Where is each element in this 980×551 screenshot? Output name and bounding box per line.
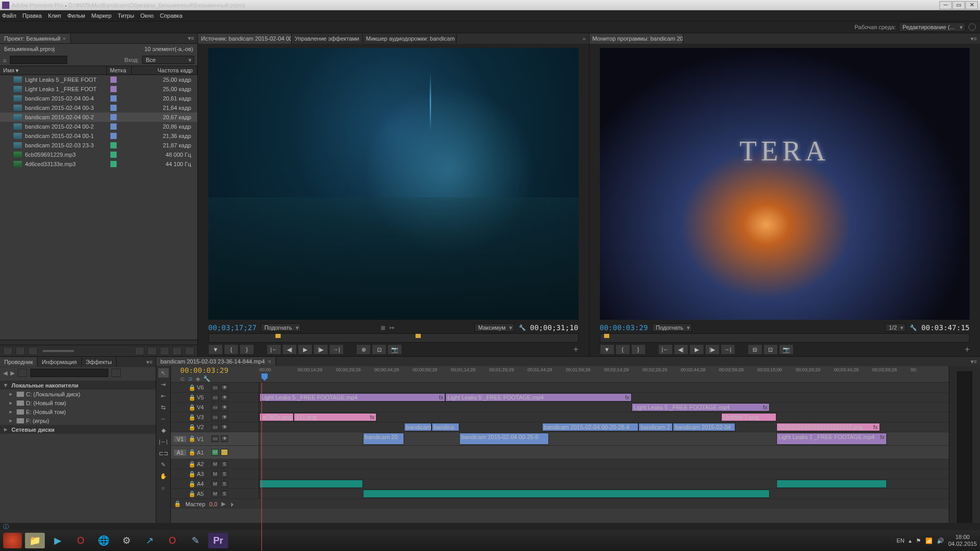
- mute-toggle[interactable]: M: [211, 461, 219, 468]
- track-header[interactable]: 🔒A3MS: [171, 469, 259, 479]
- timeline-clip[interactable]: bandicam: [404, 423, 432, 431]
- icon-view-button[interactable]: [16, 347, 25, 355]
- new-item-button[interactable]: [172, 347, 182, 355]
- menu-фильм[interactable]: Фильм: [67, 12, 85, 19]
- toggle-sync[interactable]: 👁: [221, 414, 228, 421]
- timeline-clip[interactable]: Light Leaks 5 _FREE FOOTAGE.mp4fx: [632, 403, 770, 411]
- toggle-output[interactable]: ▭: [211, 404, 219, 411]
- track-header[interactable]: V1🔒V1▭👁: [171, 432, 259, 445]
- program-timecode-current[interactable]: 00:00:03:29: [600, 323, 648, 332]
- playhead-marker[interactable]: [604, 334, 609, 338]
- track-lane[interactable]: bandicambandicabandicam 2015-02-04 00-20…: [259, 422, 949, 432]
- timeline-clip[interactable]: Light Leaks 5 _FREE FOOTAGE.mp4fx: [445, 393, 631, 402]
- menu-титры[interactable]: Титры: [118, 12, 134, 19]
- back-icon[interactable]: ◀: [3, 370, 7, 377]
- network-drives-header[interactable]: ▸Сетевые диски: [0, 425, 156, 434]
- lock-icon[interactable]: 🔒: [174, 500, 181, 507]
- taskbar-chrome-icon[interactable]: 🌐: [94, 533, 114, 548]
- language-indicator[interactable]: EN: [897, 537, 904, 544]
- drive-item[interactable]: ▸C: (Локальный диск): [0, 390, 156, 398]
- bin-item[interactable]: bandicam 2015-02-04 00-121,36 кадр: [0, 131, 197, 141]
- step-forward-button[interactable]: |▶: [705, 344, 720, 355]
- track-lane[interactable]: [259, 469, 949, 479]
- in-marker[interactable]: [275, 334, 281, 338]
- taskbar-wmp-icon[interactable]: ▶: [48, 533, 68, 548]
- toggle-output[interactable]: ▭: [211, 394, 219, 401]
- header-name[interactable]: Имя ▾: [0, 66, 107, 74]
- track-header[interactable]: 🔒A2MS: [171, 459, 259, 469]
- source-patch[interactable]: A1: [174, 449, 186, 456]
- bin-item[interactable]: Light Leaks 5 _FREE FOOT25,00 кадр: [0, 75, 197, 84]
- tray-network-icon[interactable]: 📶: [925, 537, 933, 544]
- track-header[interactable]: 🔒V6▭👁: [171, 383, 259, 392]
- toggle-output[interactable]: ▭: [211, 414, 219, 421]
- mark-clip-button[interactable]: {: [615, 344, 630, 355]
- source-patch[interactable]: V1: [174, 436, 186, 442]
- mark-out-button[interactable]: }: [240, 344, 254, 355]
- panel-menu-icon[interactable]: ▾≡: [968, 358, 980, 365]
- program-zoom-dropdown[interactable]: 1/2: [885, 323, 906, 332]
- explorer-tab[interactable]: Информация: [37, 357, 81, 367]
- close-icon[interactable]: ×: [268, 358, 271, 365]
- step-back-button[interactable]: ◀|: [282, 344, 297, 355]
- hand-tool[interactable]: ✋: [158, 471, 169, 481]
- taskbar-app-icon[interactable]: ✎: [185, 533, 205, 548]
- slide-tool[interactable]: ⊏⊐: [158, 448, 169, 458]
- filter-button[interactable]: [18, 369, 27, 377]
- timeline-clip[interactable]: Light Leaks 1 _FREE FOOTAGE.mp4fx: [776, 433, 887, 445]
- media-search-input[interactable]: [30, 369, 108, 377]
- find-button[interactable]: [147, 347, 157, 355]
- menu-правка[interactable]: Правка: [22, 12, 42, 19]
- panel-menu-icon[interactable]: ▾≡: [143, 359, 156, 366]
- timeline-clip[interactable]: 111.pngfx: [294, 413, 376, 421]
- settings-icon[interactable]: 🔧: [519, 324, 526, 331]
- taskbar-app-icon[interactable]: ↗: [140, 533, 159, 548]
- source-tab[interactable]: Источник: bandicam 2015-02-04 00-25-59-9…: [198, 34, 292, 44]
- track-header[interactable]: 🔒A5MS: [171, 489, 259, 498]
- timeline-ruler[interactable]: 00;0000;00;14;2900;00;29;2900;00;44;2800…: [259, 366, 949, 382]
- freeform-view-button[interactable]: [28, 347, 37, 355]
- bin-item[interactable]: bandicam 2015-02-04 00-321,64 кадр: [0, 103, 197, 112]
- add-button-icon[interactable]: +: [965, 345, 970, 354]
- explorer-tab[interactable]: Проводник: [0, 357, 37, 367]
- timeline-clip[interactable]: bandica: [432, 423, 459, 431]
- drive-item[interactable]: ▸D: (Новый том): [0, 398, 156, 407]
- menu-файл[interactable]: Файл: [2, 12, 16, 19]
- bin-item[interactable]: Light Leaks 1 _FREE FOOT25,00 кадр: [0, 84, 197, 94]
- go-to-out-button[interactable]: →|: [721, 344, 735, 355]
- add-button-icon[interactable]: +: [573, 345, 578, 354]
- lock-icon[interactable]: 🔒: [189, 384, 195, 391]
- local-drives-header[interactable]: ▾Локальные накопители: [0, 381, 156, 390]
- drive-item[interactable]: ▸F: (игры): [0, 416, 156, 425]
- info-icon[interactable]: ⓘ: [3, 523, 9, 530]
- mark-out-button[interactable]: }: [631, 344, 646, 355]
- lock-icon[interactable]: 🔒: [189, 491, 195, 497]
- panel-menu-icon[interactable]: ▾≡: [968, 35, 980, 42]
- source-timeline-ruler[interactable]: [208, 333, 579, 343]
- track-lane[interactable]: [259, 479, 949, 489]
- snap-icon[interactable]: ⊂: [180, 375, 185, 382]
- selection-tool[interactable]: ↖: [158, 368, 169, 378]
- timeline-clip[interactable]: bandicam 2: [638, 423, 673, 431]
- workspace-dropdown[interactable]: Редактирование (...: [899, 22, 965, 32]
- menu-справка[interactable]: Справка: [160, 12, 182, 19]
- timeline-clip[interactable]: [259, 480, 363, 488]
- bin-item[interactable]: bandicam 2015-02-03 23-321,87 кадр: [0, 141, 197, 150]
- track-toggle[interactable]: S: [221, 449, 228, 456]
- close-button[interactable]: ✕: [965, 1, 978, 9]
- toggle-output[interactable]: ▭: [211, 424, 219, 431]
- tray-flag-icon[interactable]: ⚑: [916, 537, 921, 544]
- source-fit-dropdown[interactable]: Подогнать: [261, 323, 301, 332]
- timeline-clip[interactable]: bandicam 2015-02-04: [673, 423, 735, 431]
- search-icon[interactable]: [969, 23, 976, 31]
- tray-volume-icon[interactable]: 🔊: [937, 537, 944, 544]
- timeline-clip[interactable]: bandicam 2015-02-04 00-20-28-4: [542, 423, 638, 431]
- out-marker[interactable]: [416, 334, 421, 338]
- play-button[interactable]: ▶: [689, 344, 704, 355]
- drive-item[interactable]: ▸E: (Новый том): [0, 407, 156, 416]
- taskbar-app-icon[interactable]: ⚙: [117, 533, 136, 548]
- source-quality-dropdown[interactable]: Максимум: [474, 323, 514, 332]
- ripple-edit-tool[interactable]: ⇤: [158, 391, 169, 400]
- export-frame-button[interactable]: 📷: [779, 344, 794, 355]
- timeline-clip[interactable]: [363, 490, 770, 498]
